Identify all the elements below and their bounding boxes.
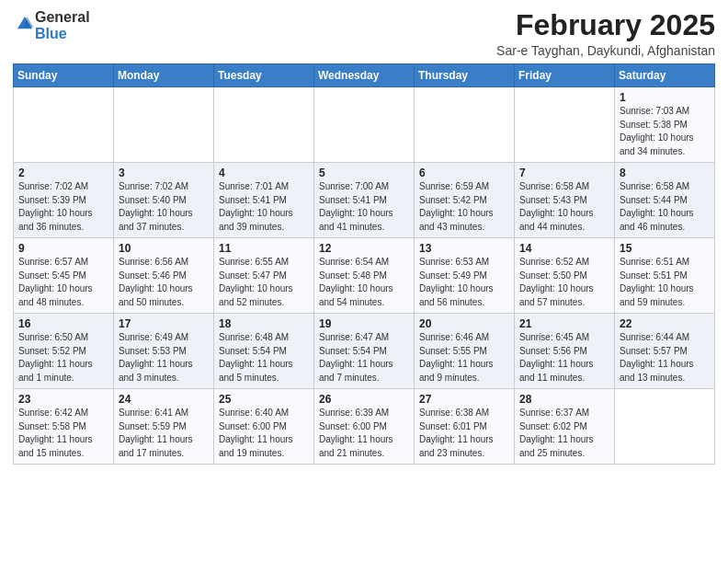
day-info: Sunrise: 6:47 AM Sunset: 5:54 PM Dayligh…: [319, 331, 409, 385]
day-info: Sunrise: 6:44 AM Sunset: 5:57 PM Dayligh…: [620, 331, 710, 385]
day-cell: 27Sunrise: 6:38 AM Sunset: 6:01 PM Dayli…: [415, 389, 515, 465]
day-cell: [415, 87, 515, 163]
day-info: Sunrise: 6:57 AM Sunset: 5:45 PM Dayligh…: [18, 256, 108, 309]
day-cell: 18Sunrise: 6:48 AM Sunset: 5:54 PM Dayli…: [214, 314, 314, 389]
week-row-5: 23Sunrise: 6:42 AM Sunset: 5:58 PM Dayli…: [14, 389, 715, 465]
day-cell: 17Sunrise: 6:49 AM Sunset: 5:53 PM Dayli…: [114, 314, 214, 389]
day-number: 17: [119, 317, 209, 330]
logo-icon: [15, 14, 35, 34]
day-cell: 3Sunrise: 7:02 AM Sunset: 5:40 PM Daylig…: [114, 163, 214, 238]
day-cell: 21Sunrise: 6:45 AM Sunset: 5:56 PM Dayli…: [515, 314, 615, 389]
day-cell: 1Sunrise: 7:03 AM Sunset: 5:38 PM Daylig…: [615, 87, 715, 163]
day-cell: 19Sunrise: 6:47 AM Sunset: 5:54 PM Dayli…: [314, 314, 415, 389]
day-cell: 6Sunrise: 6:59 AM Sunset: 5:42 PM Daylig…: [415, 163, 515, 238]
day-cell: 2Sunrise: 7:02 AM Sunset: 5:39 PM Daylig…: [14, 163, 114, 238]
day-cell: 11Sunrise: 6:55 AM Sunset: 5:47 PM Dayli…: [214, 238, 314, 314]
logo-text: General Blue: [35, 9, 90, 41]
day-cell: 7Sunrise: 6:58 AM Sunset: 5:43 PM Daylig…: [515, 163, 615, 238]
day-cell: 12Sunrise: 6:54 AM Sunset: 5:48 PM Dayli…: [314, 238, 415, 314]
day-number: 15: [620, 242, 710, 255]
day-cell: [114, 87, 214, 163]
day-number: 27: [419, 393, 509, 406]
day-number: 25: [219, 393, 309, 406]
weekday-header-row: SundayMondayTuesdayWednesdayThursdayFrid…: [14, 64, 715, 87]
day-cell: 28Sunrise: 6:37 AM Sunset: 6:02 PM Dayli…: [515, 389, 615, 465]
day-info: Sunrise: 6:48 AM Sunset: 5:54 PM Dayligh…: [219, 331, 309, 385]
day-info: Sunrise: 6:58 AM Sunset: 5:44 PM Dayligh…: [620, 180, 710, 234]
day-number: 2: [18, 167, 108, 179]
logo-general: General: [35, 9, 90, 25]
day-cell: 25Sunrise: 6:40 AM Sunset: 6:00 PM Dayli…: [214, 389, 314, 465]
day-cell: [515, 87, 615, 163]
day-cell: [615, 389, 715, 465]
day-cell: 24Sunrise: 6:41 AM Sunset: 5:59 PM Dayli…: [114, 389, 214, 465]
weekday-monday: Monday: [114, 64, 214, 87]
day-cell: 14Sunrise: 6:52 AM Sunset: 5:50 PM Dayli…: [515, 238, 615, 314]
day-info: Sunrise: 6:53 AM Sunset: 5:49 PM Dayligh…: [419, 256, 509, 309]
day-number: 9: [18, 242, 108, 255]
header: General Blue February 2025 Sar-e Tayghan…: [13, 9, 715, 58]
title-block: February 2025 Sar-e Tayghan, Daykundi, A…: [496, 9, 715, 58]
logo-blue: Blue: [35, 26, 67, 41]
day-number: 20: [419, 317, 509, 330]
day-info: Sunrise: 7:00 AM Sunset: 5:41 PM Dayligh…: [319, 180, 409, 234]
weekday-wednesday: Wednesday: [314, 64, 415, 87]
day-info: Sunrise: 6:55 AM Sunset: 5:47 PM Dayligh…: [219, 256, 309, 309]
day-info: Sunrise: 6:56 AM Sunset: 5:46 PM Dayligh…: [119, 256, 209, 309]
day-info: Sunrise: 6:42 AM Sunset: 5:58 PM Dayligh…: [18, 407, 108, 460]
day-info: Sunrise: 6:37 AM Sunset: 6:02 PM Dayligh…: [519, 407, 609, 460]
day-cell: [214, 87, 314, 163]
weekday-saturday: Saturday: [615, 64, 715, 87]
day-number: 24: [119, 393, 209, 406]
day-info: Sunrise: 6:49 AM Sunset: 5:53 PM Dayligh…: [119, 331, 209, 385]
day-number: 16: [18, 317, 108, 330]
day-number: 6: [419, 167, 509, 179]
day-number: 28: [519, 393, 609, 406]
calendar-table: SundayMondayTuesdayWednesdayThursdayFrid…: [13, 63, 715, 465]
day-cell: [314, 87, 415, 163]
week-row-3: 9Sunrise: 6:57 AM Sunset: 5:45 PM Daylig…: [14, 238, 715, 314]
day-cell: 20Sunrise: 6:46 AM Sunset: 5:55 PM Dayli…: [415, 314, 515, 389]
day-cell: 16Sunrise: 6:50 AM Sunset: 5:52 PM Dayli…: [14, 314, 114, 389]
day-number: 1: [620, 91, 710, 104]
weekday-thursday: Thursday: [415, 64, 515, 87]
day-info: Sunrise: 7:02 AM Sunset: 5:40 PM Dayligh…: [119, 180, 209, 234]
day-info: Sunrise: 6:45 AM Sunset: 5:56 PM Dayligh…: [519, 331, 609, 385]
calendar-subtitle: Sar-e Tayghan, Daykundi, Afghanistan: [496, 43, 715, 58]
week-row-2: 2Sunrise: 7:02 AM Sunset: 5:39 PM Daylig…: [14, 163, 715, 238]
day-info: Sunrise: 6:39 AM Sunset: 6:00 PM Dayligh…: [319, 407, 409, 460]
day-number: 19: [319, 317, 409, 330]
day-number: 10: [119, 242, 209, 255]
day-info: Sunrise: 6:46 AM Sunset: 5:55 PM Dayligh…: [419, 331, 509, 385]
day-cell: 13Sunrise: 6:53 AM Sunset: 5:49 PM Dayli…: [415, 238, 515, 314]
day-info: Sunrise: 7:01 AM Sunset: 5:41 PM Dayligh…: [219, 180, 309, 234]
calendar-title: February 2025: [496, 9, 715, 41]
day-info: Sunrise: 6:40 AM Sunset: 6:00 PM Dayligh…: [219, 407, 309, 460]
day-number: 26: [319, 393, 409, 406]
day-number: 11: [219, 242, 309, 255]
weekday-friday: Friday: [515, 64, 615, 87]
day-info: Sunrise: 6:59 AM Sunset: 5:42 PM Dayligh…: [419, 180, 509, 234]
day-cell: 5Sunrise: 7:00 AM Sunset: 5:41 PM Daylig…: [314, 163, 415, 238]
weekday-tuesday: Tuesday: [214, 64, 314, 87]
day-info: Sunrise: 6:50 AM Sunset: 5:52 PM Dayligh…: [18, 331, 108, 385]
day-cell: 8Sunrise: 6:58 AM Sunset: 5:44 PM Daylig…: [615, 163, 715, 238]
day-cell: 26Sunrise: 6:39 AM Sunset: 6:00 PM Dayli…: [314, 389, 415, 465]
logo: General Blue: [13, 9, 90, 41]
day-number: 13: [419, 242, 509, 255]
day-cell: 15Sunrise: 6:51 AM Sunset: 5:51 PM Dayli…: [615, 238, 715, 314]
day-cell: 4Sunrise: 7:01 AM Sunset: 5:41 PM Daylig…: [214, 163, 314, 238]
day-info: Sunrise: 6:41 AM Sunset: 5:59 PM Dayligh…: [119, 407, 209, 460]
day-number: 21: [519, 317, 609, 330]
day-info: Sunrise: 6:52 AM Sunset: 5:50 PM Dayligh…: [519, 256, 609, 309]
day-cell: [14, 87, 114, 163]
day-cell: 10Sunrise: 6:56 AM Sunset: 5:46 PM Dayli…: [114, 238, 214, 314]
day-number: 8: [620, 167, 710, 179]
day-info: Sunrise: 6:51 AM Sunset: 5:51 PM Dayligh…: [620, 256, 710, 309]
day-info: Sunrise: 7:03 AM Sunset: 5:38 PM Dayligh…: [620, 105, 710, 158]
week-row-1: 1Sunrise: 7:03 AM Sunset: 5:38 PM Daylig…: [14, 87, 715, 163]
day-number: 14: [519, 242, 609, 255]
day-cell: 23Sunrise: 6:42 AM Sunset: 5:58 PM Dayli…: [14, 389, 114, 465]
day-number: 4: [219, 167, 309, 179]
day-number: 7: [519, 167, 609, 179]
